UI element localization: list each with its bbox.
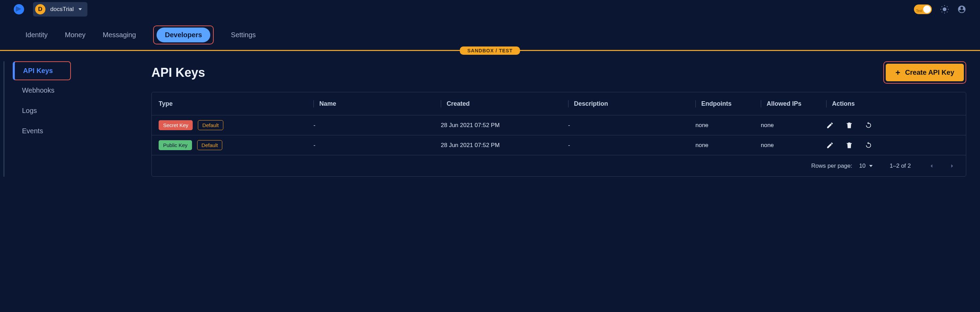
sidebar-item-webhooks[interactable]: Webhooks bbox=[3, 80, 151, 101]
environment-toggle[interactable]: Test bbox=[914, 5, 932, 14]
delete-icon[interactable] bbox=[845, 142, 853, 149]
account-circle-icon bbox=[957, 5, 966, 14]
sidebar-item-api-keys[interactable]: API Keys bbox=[13, 61, 71, 80]
rotate-icon[interactable] bbox=[865, 142, 872, 149]
chevron-down-icon bbox=[869, 165, 873, 167]
scope-badge: Default bbox=[197, 140, 223, 150]
th-type: Type bbox=[159, 100, 313, 107]
project-name: docsTrial bbox=[50, 6, 74, 13]
top-bar: D docsTrial Test bbox=[0, 0, 980, 19]
theme-toggle-button[interactable] bbox=[940, 5, 949, 14]
table-row: Secret Key Default - 28 Jun 2021 07:52 P… bbox=[152, 115, 966, 135]
primary-nav: Identity Money Messaging Developers Sett… bbox=[0, 19, 980, 48]
pagination-range: 1–2 of 2 bbox=[890, 163, 911, 170]
type-badge: Secret Key bbox=[159, 120, 193, 130]
svg-line-8 bbox=[947, 6, 948, 7]
environment-badge: SANDBOX / TEST bbox=[460, 46, 520, 55]
cell-description: - bbox=[568, 142, 695, 149]
create-api-key-button[interactable]: + Create API Key bbox=[886, 64, 964, 81]
main-content: API Keys + Create API Key Type Name Crea… bbox=[151, 61, 980, 177]
cell-name: - bbox=[313, 122, 441, 129]
rotate-icon[interactable] bbox=[865, 122, 872, 129]
create-api-key-label: Create API Key bbox=[905, 69, 954, 77]
cell-type: Secret Key Default bbox=[159, 120, 313, 130]
th-created: Created bbox=[441, 100, 568, 107]
project-avatar: D bbox=[35, 4, 45, 14]
sun-icon bbox=[940, 5, 949, 14]
th-name: Name bbox=[313, 100, 441, 107]
sidebar-item-events[interactable]: Events bbox=[3, 121, 151, 141]
chevron-down-icon bbox=[78, 8, 82, 10]
nav-identity[interactable]: Identity bbox=[25, 31, 48, 39]
th-endpoints: Endpoints bbox=[695, 100, 761, 107]
api-keys-table: Type Name Created Description Endpoints … bbox=[151, 92, 966, 177]
create-api-key-highlight: + Create API Key bbox=[883, 61, 966, 84]
app-logo-icon bbox=[14, 4, 24, 14]
rows-per-page-value: 10 bbox=[859, 163, 866, 170]
type-badge: Public Key bbox=[159, 140, 192, 150]
svg-line-3 bbox=[942, 6, 942, 7]
cell-type: Public Key Default bbox=[159, 140, 313, 150]
cell-endpoints: none bbox=[695, 122, 761, 129]
rows-per-page-label: Rows per page: bbox=[811, 163, 852, 170]
cell-created: 28 Jun 2021 07:52 PM bbox=[441, 122, 568, 129]
rows-per-page-select[interactable]: 10 bbox=[859, 163, 873, 170]
account-menu-button[interactable] bbox=[957, 5, 966, 14]
th-actions: Actions bbox=[826, 100, 959, 107]
sidebar: API Keys Webhooks Logs Events bbox=[3, 61, 151, 177]
environment-divider: SANDBOX / TEST bbox=[0, 50, 980, 51]
cell-actions bbox=[826, 122, 959, 129]
edit-icon[interactable] bbox=[826, 122, 834, 129]
scope-badge: Default bbox=[198, 120, 223, 130]
svg-point-0 bbox=[943, 8, 947, 11]
th-allowed-ips: Allowed IPs bbox=[761, 100, 826, 107]
cell-endpoints: none bbox=[695, 142, 761, 149]
environment-toggle-label: Test bbox=[916, 9, 922, 13]
table-row: Public Key Default - 28 Jun 2021 07:52 P… bbox=[152, 135, 966, 155]
nav-developers[interactable]: Developers bbox=[157, 27, 210, 42]
cell-allowed-ips: none bbox=[761, 122, 826, 129]
th-description: Description bbox=[568, 100, 695, 107]
svg-line-7 bbox=[942, 12, 942, 13]
page-title: API Keys bbox=[151, 66, 205, 80]
cell-allowed-ips: none bbox=[761, 142, 826, 149]
table-footer: Rows per page: 10 1–2 of 2 bbox=[152, 155, 966, 176]
cell-name: - bbox=[313, 142, 441, 149]
next-page-icon[interactable] bbox=[949, 163, 956, 170]
edit-icon[interactable] bbox=[826, 142, 834, 149]
table-header: Type Name Created Description Endpoints … bbox=[152, 92, 966, 115]
nav-developers-highlight: Developers bbox=[153, 26, 214, 45]
nav-messaging[interactable]: Messaging bbox=[103, 31, 136, 39]
sidebar-item-logs[interactable]: Logs bbox=[3, 101, 151, 121]
prev-page-icon[interactable] bbox=[928, 163, 935, 170]
svg-line-4 bbox=[947, 12, 948, 13]
cell-description: - bbox=[568, 122, 695, 129]
nav-money[interactable]: Money bbox=[65, 31, 85, 39]
cell-actions bbox=[826, 142, 959, 149]
cell-created: 28 Jun 2021 07:52 PM bbox=[441, 142, 568, 149]
toggle-knob bbox=[923, 5, 931, 13]
nav-settings[interactable]: Settings bbox=[231, 31, 256, 39]
delete-icon[interactable] bbox=[845, 122, 853, 129]
project-selector[interactable]: D docsTrial bbox=[33, 2, 88, 16]
